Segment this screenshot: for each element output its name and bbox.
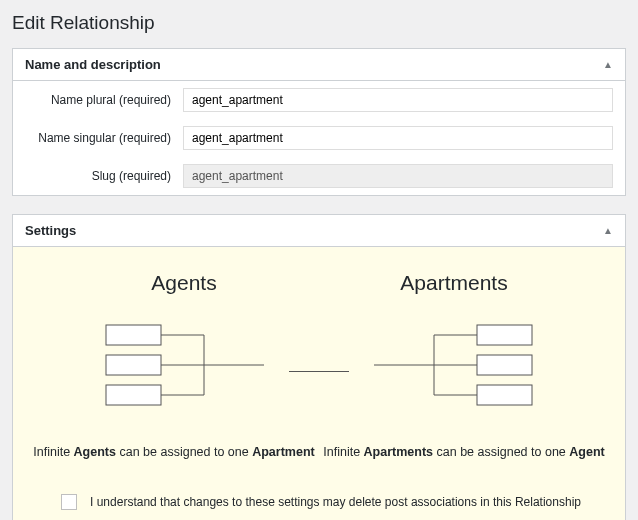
svg-rect-15 [477, 385, 532, 405]
name-plural-input[interactable] [183, 88, 613, 112]
left-caption: Infinite Agents can be assigned to one A… [29, 445, 319, 459]
right-node-diagram [349, 323, 559, 409]
name-description-body: Name plural (required) Name singular (re… [13, 81, 625, 195]
slug-row: Slug (required) [13, 157, 625, 195]
diagram-captions: Infinite Agents can be assigned to one A… [29, 445, 609, 459]
settings-body: Agents [13, 247, 625, 520]
diagram-left: Agents [79, 271, 289, 409]
confirm-label: I understand that changes to these setti… [90, 495, 581, 509]
svg-rect-2 [106, 385, 161, 405]
settings-header[interactable]: Settings ▲ [13, 215, 625, 247]
name-singular-row: Name singular (required) [13, 119, 625, 157]
name-plural-label: Name plural (required) [25, 93, 183, 107]
left-entity-title: Agents [79, 271, 289, 295]
svg-rect-13 [477, 325, 532, 345]
right-caption: Infinite Apartments can be assigned to o… [319, 445, 609, 459]
panel-header-label: Name and description [25, 57, 161, 72]
collapse-icon: ▲ [603, 60, 613, 70]
confirm-row: I understand that changes to these setti… [29, 491, 609, 513]
page-title: Edit Relationship [12, 12, 626, 34]
diagram-right: Apartments [349, 271, 559, 409]
collapse-icon: ▲ [603, 226, 613, 236]
diagram-connector [289, 371, 349, 372]
panel-header-label: Settings [25, 223, 76, 238]
name-description-header[interactable]: Name and description ▲ [13, 49, 625, 81]
confirm-label-wrapper[interactable]: I understand that changes to these setti… [57, 491, 581, 513]
svg-rect-1 [106, 355, 161, 375]
confirm-checkbox[interactable] [61, 494, 77, 510]
name-plural-row: Name plural (required) [13, 81, 625, 119]
slug-input [183, 164, 613, 188]
slug-label: Slug (required) [25, 169, 183, 183]
relationship-diagram: Agents [29, 271, 609, 409]
right-entity-title: Apartments [349, 271, 559, 295]
name-description-panel: Name and description ▲ Name plural (requ… [12, 48, 626, 196]
left-node-diagram [79, 323, 289, 409]
svg-rect-0 [106, 325, 161, 345]
settings-panel: Settings ▲ Agents [12, 214, 626, 520]
name-singular-label: Name singular (required) [25, 131, 183, 145]
svg-rect-14 [477, 355, 532, 375]
name-singular-input[interactable] [183, 126, 613, 150]
